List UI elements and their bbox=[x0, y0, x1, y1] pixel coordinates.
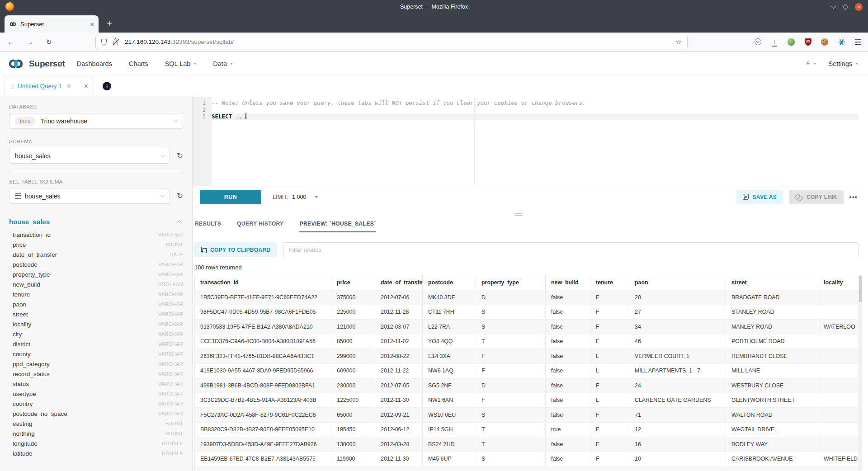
column-header[interactable]: locality bbox=[818, 275, 859, 290]
column-name: district bbox=[13, 341, 30, 348]
refresh-schemas-icon[interactable] bbox=[177, 151, 183, 160]
table-cell: STANLEY ROAD bbox=[726, 305, 818, 320]
consent-asterisk-icon[interactable] bbox=[838, 38, 845, 45]
table-cell: 10 bbox=[629, 452, 726, 466]
table-cell: 195450 bbox=[331, 422, 375, 437]
table-cell: WS10 0EU bbox=[423, 408, 476, 423]
filter-results-input[interactable] bbox=[283, 242, 859, 257]
table-cell: EB1459EB-67ED-47C8-B2E7-A38143AB5575 bbox=[195, 452, 331, 466]
tab-preview-house-sales[interactable]: PREVIEW: `HOUSE_SALES` bbox=[299, 219, 377, 232]
schema-select[interactable]: house_sales bbox=[9, 148, 170, 164]
forward-icon[interactable] bbox=[25, 38, 34, 47]
pane-resize-handle-icon[interactable] bbox=[514, 213, 522, 216]
table-cell: false bbox=[546, 378, 590, 393]
table-cell: 34 bbox=[629, 320, 726, 334]
table-cell: F bbox=[590, 290, 629, 305]
hamburger-menu-icon[interactable] bbox=[855, 42, 861, 42]
query-tab[interactable]: Untitled Query 1 bbox=[5, 76, 94, 96]
nav-item-dashboards[interactable]: Dashboards bbox=[77, 60, 112, 67]
back-icon[interactable] bbox=[6, 38, 15, 47]
table-cell: NW6 1AQ bbox=[423, 363, 476, 378]
schema-column-row: record_status VARCHAR bbox=[9, 369, 183, 379]
new-tab-button[interactable] bbox=[107, 18, 112, 29]
column-type: VARCHAR bbox=[158, 381, 183, 386]
table-cell: D bbox=[476, 290, 546, 305]
add-query-tab-button[interactable] bbox=[103, 82, 111, 90]
schema-column-row: status VARCHAR bbox=[9, 379, 183, 389]
table-cell: WAGTAIL DRIVE bbox=[726, 422, 818, 437]
table-cell bbox=[818, 408, 859, 423]
tracking-protection-shield-icon[interactable] bbox=[101, 39, 107, 45]
copy-link-button[interactable]: COPY LINK bbox=[789, 190, 844, 204]
results-actions-row: COPY TO CLIPBOARD bbox=[194, 242, 859, 257]
table-cell: S bbox=[476, 452, 546, 466]
browser-toolbar: 217.160.120.143:32393/superset/sqllab/ bbox=[0, 33, 868, 52]
nav-item-charts[interactable]: Charts bbox=[129, 60, 148, 67]
extension-green-icon[interactable] bbox=[788, 38, 795, 46]
column-header[interactable]: street bbox=[726, 275, 818, 290]
tab-results[interactable]: RESULTS bbox=[194, 219, 222, 232]
scrollbar-thumb[interactable] bbox=[859, 276, 862, 302]
column-type: VARCHAR bbox=[158, 232, 183, 237]
table-cell: L bbox=[590, 349, 629, 364]
table-cell: 499B1981-3B6B-4BCD-808F-9FED9802BFA1 bbox=[195, 378, 331, 393]
table-cell: 3C3C29DC-B7B2-4BE5-914A-A38123AF403B bbox=[195, 393, 331, 408]
drag-handle-icon[interactable] bbox=[11, 84, 12, 85]
nav-item-sql-lab[interactable]: SQL Lab bbox=[165, 60, 197, 67]
column-header[interactable]: postcode bbox=[423, 275, 476, 290]
table-cell: WALTON ROAD bbox=[726, 408, 818, 423]
settings-menu[interactable]: Settings bbox=[829, 60, 858, 67]
column-header[interactable]: date_of_transfer bbox=[375, 275, 423, 290]
run-button[interactable]: RUN bbox=[200, 190, 261, 204]
copy-to-clipboard-button[interactable]: COPY TO CLIPBOARD bbox=[194, 242, 277, 257]
downloads-icon[interactable] bbox=[772, 37, 777, 47]
tab-close-icon[interactable] bbox=[90, 20, 94, 28]
results-pane: RESULTS QUERY HISTORY PREVIEW: `HOUSE_SA… bbox=[193, 206, 868, 471]
link-icon bbox=[795, 193, 802, 201]
query-tab-close-icon[interactable] bbox=[84, 82, 88, 90]
bookmark-star-icon[interactable] bbox=[676, 38, 682, 46]
column-name: ppd_category bbox=[13, 361, 50, 367]
editor-gutter: 1 2 3 bbox=[193, 97, 212, 186]
ublock-shield-icon[interactable] bbox=[805, 38, 811, 46]
column-type: VARCHAR bbox=[158, 321, 183, 327]
column-header[interactable]: transaction_id bbox=[195, 275, 331, 290]
collapse-chevron-icon[interactable] bbox=[177, 220, 182, 225]
insecure-lock-icon[interactable] bbox=[112, 38, 119, 46]
column-header[interactable]: new_build bbox=[546, 275, 590, 290]
more-options-icon[interactable] bbox=[849, 193, 858, 200]
superset-brand[interactable]: Superset bbox=[7, 59, 65, 69]
window-minimize-icon[interactable] bbox=[830, 3, 836, 9]
table-cell: NW1 6AN bbox=[423, 393, 476, 408]
window-maximize-icon[interactable] bbox=[842, 4, 848, 10]
column-header[interactable]: tenure bbox=[590, 275, 629, 290]
table-cell: S bbox=[476, 305, 546, 320]
chevron-down-icon bbox=[855, 63, 858, 66]
add-new-button[interactable]: + bbox=[806, 59, 816, 68]
limit-dropdown[interactable]: LIMIT: 1 000 bbox=[273, 194, 318, 200]
nav-item-data[interactable]: Data bbox=[213, 60, 233, 67]
sql-editor[interactable]: 1 2 3 -- Note: Unless you save your quer… bbox=[193, 97, 859, 186]
editor-code[interactable]: -- Note: Unless you save your query, the… bbox=[212, 100, 859, 120]
table-schema-header[interactable]: house_sales bbox=[9, 218, 183, 226]
window-close-icon[interactable] bbox=[855, 3, 863, 11]
tab-query-history[interactable]: QUERY HISTORY bbox=[236, 219, 284, 232]
table-cell: 225000 bbox=[331, 305, 375, 320]
table-select[interactable]: house_sales bbox=[9, 188, 170, 204]
cookie-extension-icon[interactable] bbox=[821, 38, 828, 46]
table-cell: MK40 3DE bbox=[423, 290, 476, 305]
column-name: locality bbox=[13, 321, 31, 328]
divider bbox=[9, 172, 183, 172]
save-as-button[interactable]: SAVE AS bbox=[736, 190, 783, 204]
refresh-tables-icon[interactable] bbox=[177, 191, 183, 201]
pocket-icon[interactable] bbox=[755, 38, 761, 45]
database-select[interactable]: trino Trino warehouse bbox=[9, 113, 183, 129]
table-cell: BODLEY WAY bbox=[726, 437, 818, 452]
column-header[interactable]: price bbox=[331, 275, 375, 290]
column-header[interactable]: property_type bbox=[476, 275, 546, 290]
reload-icon[interactable] bbox=[44, 38, 53, 47]
table-scrollbar[interactable] bbox=[859, 275, 862, 471]
column-header[interactable]: paon bbox=[629, 275, 726, 290]
browser-tab[interactable]: Superset bbox=[5, 15, 99, 33]
url-bar[interactable]: 217.160.120.143:32393/superset/sqllab/ bbox=[95, 35, 688, 49]
